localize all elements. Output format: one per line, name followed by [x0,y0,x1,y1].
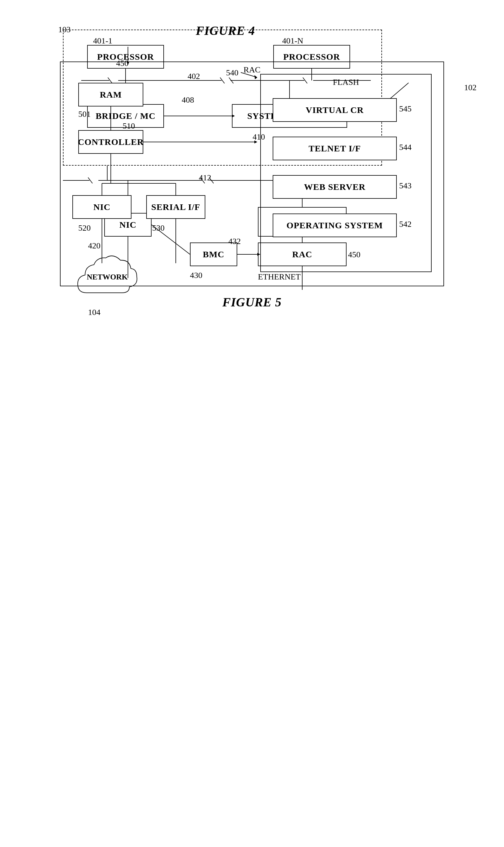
ref-510-label: 510 [123,121,135,131]
ref-542-label: 542 [399,220,412,229]
operating-system-box: OPERATING SYSTEM [273,213,397,237]
web-server-box: WEB SERVER [273,175,397,199]
fig5-rac-label: RAC [244,65,260,74]
ref-102-label: 102 [464,83,476,92]
ref-501-label: 501 [78,109,91,119]
fig5-title: FIGURE 5 [45,295,459,309]
virtual-cr-box: VIRTUAL CR [273,98,397,122]
serial-if-box: SERIAL I/F [146,195,205,219]
ref-543-label: 543 [399,181,412,190]
fig5-arrow-450 [98,44,158,67]
fig5-flash-box: FLASH VIRTUAL CR 545 TELNET I/F 544 WEB … [260,74,432,272]
ref-540-label: 540 [226,68,238,77]
fig5-rac-outer: RAC RAM 501 CONTROLLER 510 NIC 520 SERIA… [60,62,444,286]
ram-box: RAM [78,83,143,106]
ref-530-label: 530 [152,223,165,233]
controller-box: CONTROLLER [78,130,143,154]
ref-401-N-label: 401-N [282,36,303,46]
telnet-if-box: TELNET I/F [273,137,397,160]
svg-marker-36 [254,140,257,143]
ref-545-label: 545 [399,104,412,114]
fig5-nic-box: NIC [72,195,131,219]
figure5-container: 450 RAC RAM 501 CONTROLLER 510 NIC 520 S… [45,62,459,309]
page: 102 103 PROCESSOR 401-1 PROCESSOR 401-N … [0,0,504,327]
ref-544-label: 544 [399,142,412,152]
ref-520-label: 520 [78,223,91,233]
figure4-container: 102 103 PROCESSOR 401-1 PROCESSOR 401-N … [45,24,459,38]
svg-marker-46 [126,62,129,65]
svg-marker-44 [254,75,257,79]
flash-label: FLASH [333,77,359,87]
ref-103-label: 103 [58,25,71,34]
